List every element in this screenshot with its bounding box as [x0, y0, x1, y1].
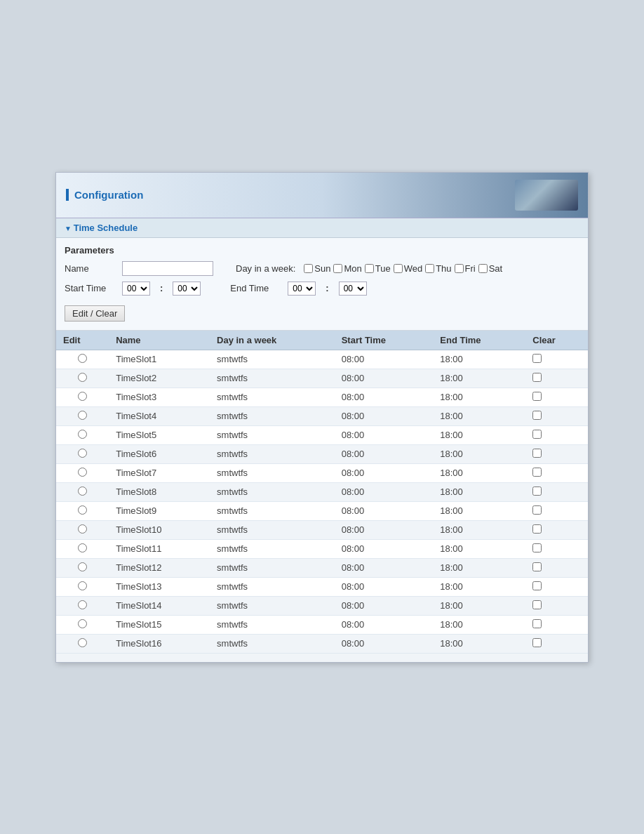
- start-cell: 08:00: [335, 501, 434, 520]
- end-cell: 18:00: [433, 520, 525, 539]
- day-cell: smtwtfs: [210, 615, 335, 634]
- edit-radio[interactable]: [78, 600, 87, 609]
- day-mon: Mon: [333, 263, 361, 274]
- end-cell: 18:00: [433, 577, 525, 596]
- clear-checkbox[interactable]: [532, 468, 542, 477]
- end-cell: 18:00: [433, 444, 525, 463]
- start-cell: 08:00: [335, 369, 434, 388]
- end-cell: 18:00: [433, 369, 525, 388]
- edit-radio[interactable]: [78, 354, 87, 363]
- label-tue: Tue: [375, 263, 391, 274]
- clear-cell: [525, 577, 588, 596]
- start-cell: 08:00: [335, 539, 434, 558]
- clear-checkbox[interactable]: [532, 619, 542, 628]
- clear-checkbox[interactable]: [532, 449, 542, 458]
- table-row: TimeSlot9smtwtfs08:0018:00: [56, 501, 588, 520]
- edit-radio[interactable]: [78, 486, 87, 496]
- checkbox-tue[interactable]: [365, 264, 374, 273]
- clear-cell: [525, 388, 588, 406]
- clear-cell: [525, 520, 588, 539]
- end-cell: 18:00: [433, 501, 525, 520]
- edit-radio[interactable]: [78, 468, 87, 477]
- checkbox-sat[interactable]: [478, 264, 488, 273]
- checkbox-fri[interactable]: [455, 264, 464, 273]
- clear-checkbox[interactable]: [532, 505, 542, 515]
- clear-checkbox[interactable]: [532, 354, 542, 363]
- day-cell: smtwtfs: [210, 425, 335, 444]
- day-cell: smtwtfs: [210, 577, 335, 596]
- name-cell: TimeSlot13: [109, 577, 210, 596]
- col-end: End Time: [433, 331, 525, 350]
- end-cell: 18:00: [433, 634, 525, 653]
- start-cell: 08:00: [335, 350, 434, 369]
- table-header-row: Edit Name Day in a week Start Time End T…: [56, 331, 588, 350]
- start-min-select[interactable]: 00153045: [173, 282, 201, 296]
- edit-radio[interactable]: [78, 638, 87, 647]
- clear-cell: [525, 501, 588, 520]
- name-cell: TimeSlot11: [109, 539, 210, 558]
- name-cell: TimeSlot15: [109, 615, 210, 634]
- edit-cell: [56, 444, 109, 463]
- clear-checkbox[interactable]: [532, 392, 542, 401]
- table-row: TimeSlot10smtwtfs08:0018:00: [56, 520, 588, 539]
- clear-checkbox[interactable]: [532, 600, 542, 609]
- name-cell: TimeSlot14: [109, 596, 210, 615]
- end-cell: 18:00: [433, 596, 525, 615]
- edit-cell: [56, 369, 109, 388]
- end-hour-select[interactable]: 00010203 04050607 08091011 12131415 1617…: [288, 282, 316, 296]
- checkbox-thu[interactable]: [425, 264, 434, 273]
- clear-checkbox[interactable]: [532, 638, 542, 647]
- edit-clear-button[interactable]: Edit / Clear: [65, 305, 125, 322]
- edit-cell: [56, 634, 109, 653]
- clear-checkbox[interactable]: [532, 524, 542, 534]
- label-fri: Fri: [465, 263, 476, 274]
- checkbox-sun[interactable]: [304, 264, 313, 273]
- clear-cell: [525, 444, 588, 463]
- edit-radio[interactable]: [78, 543, 87, 552]
- start-cell: 08:00: [335, 615, 434, 634]
- table-row: TimeSlot16smtwtfs08:0018:00: [56, 634, 588, 653]
- end-min-select[interactable]: 00153045: [339, 282, 367, 296]
- clear-checkbox[interactable]: [532, 562, 542, 571]
- clear-checkbox[interactable]: [532, 411, 542, 420]
- edit-cell: [56, 558, 109, 577]
- edit-radio[interactable]: [78, 392, 87, 401]
- start-cell: 08:00: [335, 634, 434, 653]
- edit-radio[interactable]: [78, 562, 87, 571]
- day-sat: Sat: [478, 263, 503, 274]
- name-cell: TimeSlot6: [109, 444, 210, 463]
- edit-radio[interactable]: [78, 411, 87, 420]
- edit-radio[interactable]: [78, 430, 87, 439]
- start-cell: 08:00: [335, 577, 434, 596]
- clear-cell: [525, 482, 588, 501]
- section-title: Time Schedule: [56, 218, 588, 238]
- checkbox-wed[interactable]: [394, 264, 403, 273]
- start-cell: 08:00: [335, 406, 434, 425]
- edit-radio[interactable]: [78, 524, 87, 534]
- edit-radio[interactable]: [78, 505, 87, 515]
- edit-radio[interactable]: [78, 619, 87, 628]
- clear-checkbox[interactable]: [532, 373, 542, 382]
- name-input[interactable]: [122, 261, 213, 276]
- clear-cell: [525, 634, 588, 653]
- end-cell: 18:00: [433, 558, 525, 577]
- edit-cell: [56, 577, 109, 596]
- start-hour-select[interactable]: 00010203 04050607 08091011 12131415 1617…: [122, 282, 150, 296]
- clear-checkbox[interactable]: [532, 486, 542, 496]
- label-wed: Wed: [404, 263, 423, 274]
- clear-checkbox[interactable]: [532, 430, 542, 439]
- name-cell: TimeSlot9: [109, 501, 210, 520]
- clear-checkbox[interactable]: [532, 543, 542, 552]
- end-colon: :: [326, 283, 328, 293]
- edit-radio[interactable]: [78, 581, 87, 590]
- edit-radio[interactable]: [78, 449, 87, 458]
- checkbox-mon[interactable]: [333, 264, 342, 273]
- col-day: Day in a week: [210, 331, 335, 350]
- edit-cell: [56, 406, 109, 425]
- table-row: TimeSlot13smtwtfs08:0018:00: [56, 577, 588, 596]
- timeslot-table: Edit Name Day in a week Start Time End T…: [56, 331, 588, 654]
- clear-checkbox[interactable]: [532, 581, 542, 590]
- day-cell: smtwtfs: [210, 444, 335, 463]
- name-cell: TimeSlot10: [109, 520, 210, 539]
- edit-radio[interactable]: [78, 373, 87, 382]
